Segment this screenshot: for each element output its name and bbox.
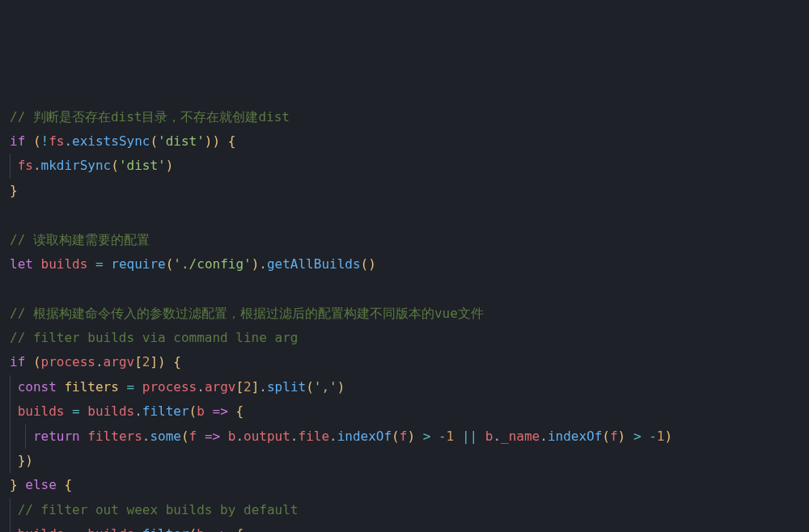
code-line[interactable]: fs.mkdirSync('dist') — [10, 154, 799, 178]
code-line[interactable]: builds = builds.filter(b => { — [10, 399, 799, 424]
code-token: file — [299, 429, 330, 444]
code-line[interactable]: let builds = require('./config').getAllB… — [10, 252, 799, 277]
code-token: = — [95, 256, 104, 272]
code-line[interactable]: if (!fs.existsSync('dist')) { — [10, 129, 799, 154]
code-token: ) — [407, 429, 415, 444]
code-token — [104, 256, 112, 272]
code-token: fs — [18, 158, 33, 173]
code-token: ( — [111, 158, 119, 173]
code-line[interactable]: } else { — [10, 473, 799, 497]
code-line[interactable]: } — [10, 179, 799, 203]
code-token: process — [41, 354, 95, 369]
code-editor[interactable]: // 判断是否存在dist目录，不存在就创建distif (!fs.exists… — [10, 105, 799, 532]
code-token: mkdirSync — [41, 158, 112, 173]
code-token — [80, 403, 88, 419]
code-token — [87, 256, 95, 272]
code-token: if — [10, 354, 25, 369]
code-token: 1 — [657, 429, 665, 444]
code-token: . — [259, 379, 267, 395]
code-token: f — [610, 429, 618, 444]
code-token: . — [134, 526, 142, 532]
code-token: argv — [104, 354, 135, 369]
code-line[interactable]: // 判断是否存在dist目录，不存在就创建dist — [10, 105, 799, 129]
code-token: . — [329, 429, 337, 444]
code-token: f — [189, 429, 197, 444]
code-token: }) — [18, 453, 33, 468]
code-token: . — [493, 429, 501, 444]
code-line[interactable]: // 根据构建命令传入的参数过滤配置，根据过滤后的配置构建不同版本的vue文件 — [10, 302, 799, 326]
code-token: builds — [87, 403, 134, 419]
code-token — [134, 379, 142, 395]
code-token: > — [423, 429, 431, 444]
code-token: ( — [181, 429, 189, 444]
code-line[interactable] — [10, 203, 799, 227]
code-line[interactable]: return filters.some(f => b.output.file.i… — [10, 424, 799, 449]
code-token: ',' — [314, 379, 337, 395]
code-token: b — [197, 526, 205, 532]
code-token: let — [10, 256, 33, 272]
code-line[interactable]: // 读取构建需要的配置 — [10, 228, 799, 252]
code-token: = — [72, 526, 80, 532]
code-token: f — [400, 429, 408, 444]
code-token: . — [134, 403, 142, 419]
code-token — [64, 403, 72, 419]
code-comment: // 根据构建命令传入的参数过滤配置，根据过滤后的配置构建不同版本的vue文件 — [10, 306, 484, 321]
code-token: = — [72, 403, 80, 419]
code-token: } — [10, 183, 18, 198]
code-token: > — [633, 429, 642, 444]
code-line[interactable]: // filter out weex builds by default — [10, 498, 799, 522]
code-comment: // 判断是否存在dist目录，不存在就创建dist — [10, 109, 290, 125]
code-token: filter — [142, 403, 189, 419]
code-token: . — [64, 133, 72, 149]
code-token — [477, 429, 485, 444]
code-token: builds — [18, 526, 65, 532]
code-token: builds — [18, 403, 65, 419]
code-line[interactable]: if (process.argv[2]) { — [10, 350, 799, 374]
code-token: b — [228, 429, 236, 444]
code-token: ( — [166, 256, 174, 272]
code-token: ! — [41, 133, 49, 149]
code-token: _name — [501, 429, 540, 444]
code-token — [430, 429, 438, 444]
code-token: ( — [25, 354, 40, 369]
code-token: process — [142, 379, 197, 395]
code-token: ( — [25, 133, 40, 149]
code-token: [ — [134, 354, 142, 369]
code-token: ( — [392, 429, 400, 444]
code-token: [ — [235, 379, 244, 395]
code-token: ( — [189, 403, 197, 419]
code-token — [625, 429, 633, 444]
code-token: - — [649, 429, 657, 444]
code-token: argv — [205, 379, 236, 395]
code-token — [80, 526, 88, 532]
code-token: . — [235, 429, 244, 444]
code-token: ( — [150, 133, 158, 149]
code-token: => — [213, 526, 228, 532]
code-line[interactable]: // filter builds via command line arg — [10, 326, 799, 350]
code-token — [18, 477, 26, 492]
code-line[interactable]: const filters = process.argv[2].split(',… — [10, 375, 799, 399]
code-token: . — [197, 379, 205, 395]
code-line[interactable]: builds = builds.filter(b => { — [10, 522, 799, 532]
code-token: ) — [166, 158, 174, 173]
code-token: indexOf — [548, 429, 602, 444]
code-token: = — [127, 379, 135, 395]
code-token: if — [10, 133, 25, 149]
code-token: { — [220, 133, 235, 149]
code-token: b — [485, 429, 493, 444]
code-token: return — [33, 429, 80, 444]
code-token — [642, 429, 650, 444]
code-token: . — [540, 429, 548, 444]
code-token — [205, 403, 213, 419]
code-token: b — [197, 403, 205, 419]
code-token: './config' — [173, 256, 251, 272]
code-token: . — [33, 158, 41, 173]
code-line[interactable]: }) — [10, 449, 799, 473]
code-token: builds — [41, 256, 88, 272]
code-line[interactable] — [10, 277, 799, 301]
code-token: ) — [252, 256, 260, 272]
code-token: . — [142, 429, 150, 444]
code-token: () — [361, 256, 376, 272]
code-token: getAllBuilds — [267, 256, 361, 272]
code-token: indexOf — [337, 429, 392, 444]
